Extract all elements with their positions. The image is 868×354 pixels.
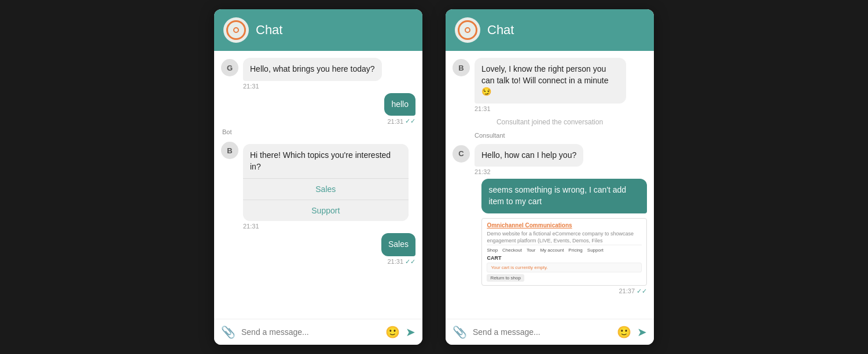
cart-sent-content: seems something is wrong, I can't add it…: [481, 179, 647, 295]
thumb-link: Omnichannel Communications: [487, 222, 642, 228]
emoji-icon-1[interactable]: 🙂: [385, 325, 400, 339]
consultant-label: Consultant: [453, 132, 647, 139]
chat-window-2: Chat B Lovely, I know the right person y…: [446, 9, 654, 345]
sender-label: Bot: [221, 128, 415, 135]
msg-bubble: Hello, what brings you here today?: [243, 58, 382, 81]
nav-support: Support: [587, 248, 604, 253]
emoji-icon-2[interactable]: 🙂: [617, 325, 631, 339]
check-icon-3: ✓✓: [637, 287, 647, 295]
c-msg-time: 21:32: [475, 168, 583, 175]
options-bubble: Hi there! Which topics you're interested…: [243, 144, 409, 221]
b-msg-time: 21:31: [475, 105, 626, 112]
nav-myaccount: My account: [540, 248, 564, 253]
logo-2: [455, 17, 480, 43]
chat-footer-2: 📎 🙂 ➤: [446, 319, 654, 345]
check-icon-2: ✓✓: [405, 258, 415, 266]
bot-msg-content: Hi there! Which topics you're interested…: [243, 141, 409, 230]
option-sales[interactable]: Sales: [243, 178, 409, 200]
system-message: Consultant joined the conversation: [453, 116, 647, 128]
thumb-nav: Shop Checkout Tour My account Pricing Su…: [487, 245, 642, 253]
option-support[interactable]: Support: [243, 200, 409, 221]
avatar-b2: B: [453, 59, 470, 76]
chat-window-1: Chat G Hello, what brings you here today…: [214, 9, 422, 345]
nav-shop: Shop: [487, 248, 498, 253]
send-icon-2[interactable]: ➤: [637, 325, 647, 339]
c-bubble: Hello, how can I help you?: [475, 144, 583, 167]
b-bubble: Lovely, I know the right person you can …: [475, 58, 626, 104]
b-msg-row: B Lovely, I know the right person you ca…: [453, 58, 647, 112]
message-row: G Hello, what brings you here today? 21:…: [221, 58, 415, 90]
nav-pricing: Pricing: [568, 248, 582, 253]
nav-tour: Tour: [527, 248, 536, 253]
msg-time-sent: 21:31 ✓✓: [384, 117, 415, 125]
bot-label-row: Bot: [221, 128, 415, 137]
c-msg-content: Hello, how can I help you? 21:32: [475, 144, 583, 176]
logo-dot-2: [465, 27, 470, 33]
chat-body-1: G Hello, what brings you here today? 21:…: [214, 51, 422, 319]
bot-msg-time: 21:31: [243, 223, 409, 230]
check-icon: ✓✓: [405, 117, 415, 125]
logo-dot-1: [233, 27, 239, 33]
sales-sent-content: Sales 21:31 ✓✓: [381, 233, 415, 266]
message-input-1[interactable]: [241, 327, 380, 337]
chat-title-2: Chat: [487, 23, 514, 38]
sales-sent-bubble: Sales: [381, 233, 415, 256]
msg-content: Hello, what brings you here today? 21:31: [243, 58, 382, 90]
b-msg-content: Lovely, I know the right person you can …: [475, 58, 626, 112]
bot-message-row: B Hi there! Which topics you're interest…: [221, 141, 415, 230]
sales-sent-time: 21:31 ✓✓: [381, 258, 415, 266]
attachment-icon-2[interactable]: 📎: [453, 325, 467, 339]
bot-bubble: Hi there! Which topics you're interested…: [243, 144, 409, 178]
attachment-icon[interactable]: 📎: [221, 325, 236, 339]
message-row-sent: hello 21:31 ✓✓: [221, 93, 415, 126]
msg-time: 21:31: [243, 83, 382, 90]
cart-sent-time: 21:37 ✓✓: [481, 287, 647, 295]
screenshot-thumbnail: Omnichannel Communications Demo website …: [481, 218, 647, 286]
avatar-b: B: [221, 142, 238, 159]
logo-inner-1: [226, 20, 246, 40]
avatar-g: G: [221, 59, 238, 76]
thumb-cart-empty: Your cart is currently empty.: [487, 263, 642, 272]
cart-sent-row: seems something is wrong, I can't add it…: [453, 179, 647, 295]
logo-1: [223, 17, 249, 43]
send-icon-1[interactable]: ➤: [406, 325, 415, 339]
chat-header-2: Chat: [446, 9, 654, 51]
message-input-2[interactable]: [473, 327, 611, 337]
sales-sent-row: Sales 21:31 ✓✓: [221, 233, 415, 266]
logo-inner-2: [458, 20, 477, 40]
cart-sent-bubble: seems something is wrong, I can't add it…: [481, 179, 647, 213]
chat-body-2: B Lovely, I know the right person you ca…: [446, 51, 654, 319]
nav-checkout: Checkout: [502, 248, 522, 253]
avatar-c: C: [453, 145, 470, 163]
sent-bubble: hello: [384, 93, 415, 116]
c-msg-row: C Hello, how can I help you? 21:32: [453, 144, 647, 176]
chat-header-1: Chat: [214, 9, 422, 51]
thumb-return-btn: Return to shop: [487, 274, 524, 282]
thumb-section: CART: [487, 255, 642, 261]
msg-content-sent: hello 21:31 ✓✓: [384, 93, 415, 126]
chat-footer-1: 📎 🙂 ➤: [214, 319, 422, 345]
thumb-desc: Demo website for a fictional eCommerce c…: [487, 231, 634, 244]
chat-title-1: Chat: [256, 23, 282, 38]
